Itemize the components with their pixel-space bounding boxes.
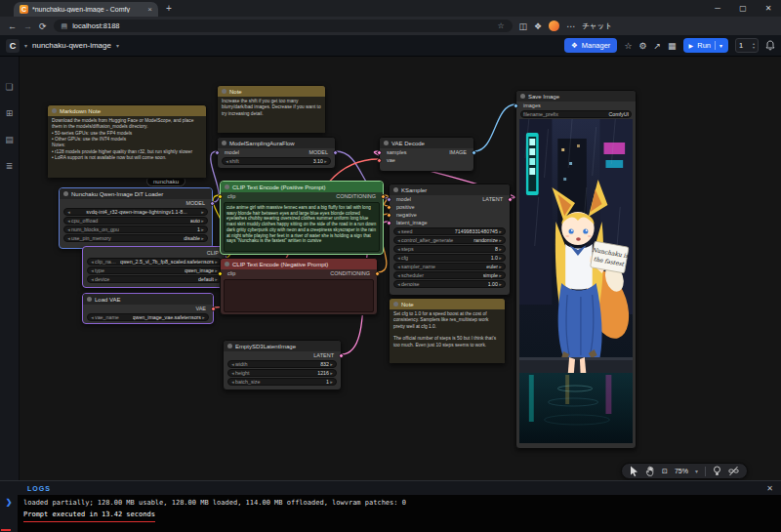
node-nunchaku-dit-loader[interactable]: Nunchaku Qwen-Image DiT Loader MODEL svd… xyxy=(59,187,213,249)
increment-icon[interactable] xyxy=(214,259,219,265)
collapse-dot-icon[interactable] xyxy=(87,297,92,302)
star-icon[interactable]: ☆ xyxy=(624,41,632,51)
increment-icon[interactable] xyxy=(498,272,503,278)
node-header[interactable]: Save Image xyxy=(516,91,636,102)
comfyui-logo[interactable]: C xyxy=(6,39,20,53)
increment-icon[interactable] xyxy=(329,361,334,367)
collapse-dot-icon[interactable] xyxy=(384,141,389,145)
input-slot-positive[interactable] xyxy=(387,205,391,210)
apps-grid-icon[interactable]: ▦ xyxy=(668,41,677,51)
minimize-button[interactable]: ─ xyxy=(705,0,730,17)
increment-icon[interactable] xyxy=(498,246,503,252)
node-header[interactable]: VAE Decode xyxy=(380,138,473,148)
bookmark-star-icon[interactable]: ☆ xyxy=(497,21,504,30)
increment-icon[interactable] xyxy=(498,264,503,269)
workflows-icon[interactable]: ❏ xyxy=(5,82,13,92)
generated-image-preview[interactable]: Nunchaku is the fastest xyxy=(519,119,633,443)
output-slot-model[interactable] xyxy=(333,150,338,155)
widget-type[interactable]: type qwen_image xyxy=(87,266,222,274)
widget-shift[interactable]: shift 3.10 xyxy=(222,157,331,165)
toggle-links-icon[interactable] xyxy=(728,466,739,476)
prompt-textarea[interactable] xyxy=(224,279,374,312)
share-icon[interactable]: ↗ xyxy=(654,41,662,51)
decrement-icon[interactable]: ▾ xyxy=(753,46,755,50)
increment-icon[interactable] xyxy=(200,235,205,241)
widget-clip-name[interactable]: clip_name qwen_2.5_vl_7b_fp8_scaled.safe… xyxy=(87,258,222,266)
collapse-dot-icon[interactable] xyxy=(393,187,398,192)
chat-button[interactable]: チャット xyxy=(582,21,612,31)
forward-icon[interactable]: → xyxy=(23,21,32,31)
output-slot-vae[interactable] xyxy=(211,307,216,311)
widget-cpu-offload[interactable]: cpu_offload auto xyxy=(63,217,208,225)
node-header[interactable]: Load VAE xyxy=(83,294,213,305)
output-slot-latent[interactable] xyxy=(508,197,513,202)
decrement-icon[interactable] xyxy=(66,209,71,215)
node-header[interactable]: CLIP Text Encode (Positive Prompt) xyxy=(221,182,383,192)
new-tab-button[interactable]: + xyxy=(166,3,172,14)
widget-vae-name[interactable]: vae_name qwen_image_vae.safetensors xyxy=(87,313,209,321)
site-info-icon[interactable]: ▤ xyxy=(62,22,68,30)
increment-icon[interactable] xyxy=(201,314,206,320)
collapse-dot-icon[interactable] xyxy=(225,184,229,189)
node-clip-text-encode-negative[interactable]: CLIP Text Encode (Negative Prompt) clip … xyxy=(220,258,378,315)
output-slot-model[interactable] xyxy=(210,201,215,206)
node-header[interactable]: Markdown Note xyxy=(48,105,206,116)
input-slot-vae[interactable] xyxy=(377,158,382,163)
prompt-textarea[interactable]: cute anime girl with massive fennec ears… xyxy=(224,202,380,252)
node-markdown-note[interactable]: Markdown Note Download the models from H… xyxy=(47,104,207,179)
widget-height[interactable]: height 1216 xyxy=(227,369,337,377)
widget-denoise[interactable]: denoise 1.00 xyxy=(393,280,506,288)
url-field[interactable]: ▤ localhost:8188 ☆ xyxy=(54,20,513,32)
run-button[interactable]: ▶ Run ▾ xyxy=(683,38,728,53)
input-slot-clip[interactable] xyxy=(218,194,223,199)
lightbulb-icon[interactable] xyxy=(713,466,721,476)
logs-close-icon[interactable]: ✕ xyxy=(766,484,773,493)
increment-icon[interactable] xyxy=(200,209,205,215)
collapse-dot-icon[interactable] xyxy=(52,108,57,113)
widget-sampler-name[interactable]: sampler_name euler xyxy=(393,263,506,270)
node-note-right[interactable]: Note Set cfg to 1.0 for a speed boost at… xyxy=(389,298,506,364)
input-slot-latent-image[interactable] xyxy=(387,221,391,225)
input-slot-negative[interactable] xyxy=(387,213,391,218)
zoom-chevron-icon[interactable]: ▾ xyxy=(695,468,698,474)
widget-scheduler[interactable]: scheduler simple xyxy=(393,271,506,279)
widget-width[interactable]: width 832 xyxy=(227,360,337,368)
refresh-icon[interactable]: ⟳ xyxy=(39,21,47,31)
maximize-button[interactable]: ▢ xyxy=(730,0,756,17)
widget-seed[interactable]: seed 714998331480745 xyxy=(393,227,506,235)
increment-icon[interactable] xyxy=(498,228,503,234)
node-header[interactable]: Note xyxy=(218,86,325,97)
split-screen-icon[interactable]: ◫ xyxy=(519,21,528,31)
node-note-top[interactable]: Note Increase the shift if you get too m… xyxy=(217,85,326,134)
batch-count-stepper[interactable]: 1 ▴ ▾ xyxy=(735,38,759,53)
widget-steps[interactable]: steps 8 xyxy=(393,245,506,253)
collapse-dot-icon[interactable] xyxy=(393,302,398,307)
node-header[interactable]: Note xyxy=(390,299,505,309)
tab-close-icon[interactable]: × xyxy=(147,5,152,14)
collapse-dot-icon[interactable] xyxy=(227,344,232,348)
widget-filename-prefix[interactable]: filename_prefix ComfyUI xyxy=(520,110,632,118)
back-icon[interactable]: ← xyxy=(8,21,17,31)
browser-menu-icon[interactable]: ⋯ xyxy=(566,21,575,31)
increment-icon[interactable] xyxy=(214,276,219,282)
output-slot-conditioning[interactable] xyxy=(375,271,380,276)
increment-icon[interactable] xyxy=(200,218,205,224)
widget-control-after-generate[interactable]: control_after_generate randomize xyxy=(393,236,506,244)
input-slot-model[interactable] xyxy=(215,150,220,155)
widget-model-path[interactable]: svdq-int4_r32-qwen-image-lightningv1.1-8… xyxy=(63,208,208,216)
widget-batch-size[interactable]: batch_size 1 xyxy=(227,378,337,386)
logs-terminal[interactable]: loaded partially; 128.00 MB usable, 128.… xyxy=(18,495,781,532)
node-header[interactable]: Nunchaku Qwen-Image DiT Loader xyxy=(60,188,212,199)
increment-icon[interactable] xyxy=(498,237,503,243)
increment-icon[interactable] xyxy=(329,379,334,385)
notifications-bell-icon[interactable] xyxy=(765,40,775,51)
collapse-dot-icon[interactable] xyxy=(225,262,229,266)
widget-device[interactable]: device default xyxy=(87,275,222,283)
node-clip-loader[interactable]: CLIP clip_name qwen_2.5_vl_7b_fp8_scaled… xyxy=(82,246,226,288)
settings-icon[interactable]: ⚙ xyxy=(638,41,646,51)
node-empty-sd3-latent-image[interactable]: EmptySD3LatentImage LATENT width 832 hei… xyxy=(223,340,342,390)
manager-button[interactable]: ❖ Manager xyxy=(564,38,617,53)
increment-icon[interactable] xyxy=(323,158,328,164)
increment-icon[interactable] xyxy=(200,226,205,232)
stepper-arrows[interactable]: ▴ ▾ xyxy=(753,42,755,50)
